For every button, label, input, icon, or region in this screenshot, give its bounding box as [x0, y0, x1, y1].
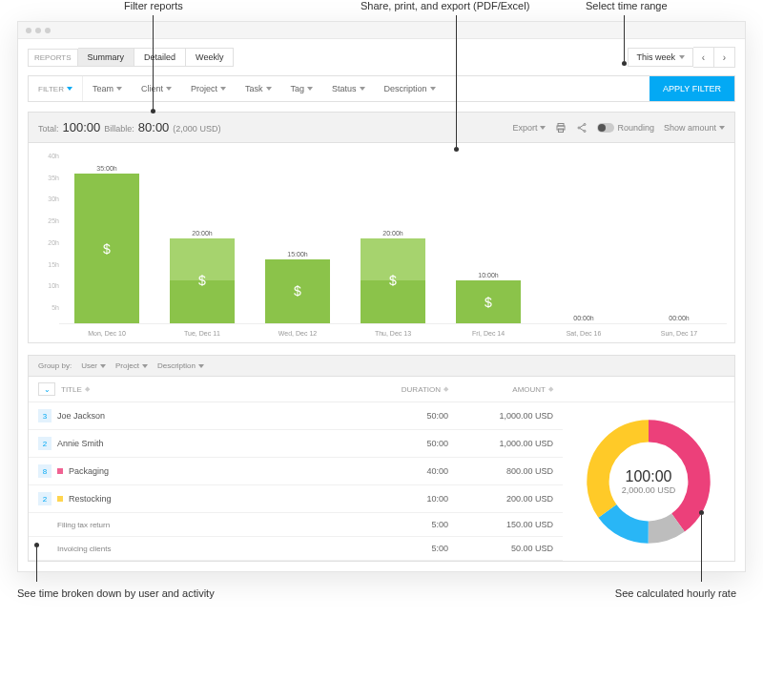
row-title: Restocking	[69, 494, 362, 504]
y-tick: 30h	[36, 196, 59, 202]
row-duration: 50:00	[362, 439, 448, 448]
row-amount: 1,000.00 USD	[448, 439, 553, 448]
totals-bar: Total: 100:00 Billable: 80:00 (2,000 USD…	[28, 112, 735, 142]
bar-column: 00:00h	[631, 153, 727, 323]
bar-column: 35:00h$	[59, 153, 155, 323]
table-row[interactable]: Filing tax return5:00150.00 USD	[29, 513, 563, 537]
bar[interactable]: $	[170, 238, 235, 324]
row-title: Invoicing clients	[57, 545, 362, 553]
dollar-icon: $	[103, 241, 111, 257]
svg-point-5	[584, 130, 586, 132]
bar-value-label: 20:00h	[155, 230, 250, 237]
group-bar: Group by: User Project Description	[29, 356, 734, 377]
dollar-icon: $	[294, 283, 301, 299]
apply-filter-button[interactable]: APPLY FILTER	[650, 76, 734, 101]
callout-timerange: Select time range	[586, 0, 668, 11]
callout-share: Share, print, and export (PDF/Excel)	[361, 0, 529, 11]
bar-column: 00:00h	[536, 153, 631, 323]
table-row[interactable]: 3Joe Jackson50:001,000.00 USD	[29, 402, 563, 430]
bar-value-label: 20:00h	[345, 230, 441, 237]
table-row[interactable]: 8Packaging40:00800.00 USD	[29, 458, 563, 485]
rounding-toggle[interactable]: Rounding	[597, 123, 654, 133]
y-tick: 40h	[36, 153, 59, 159]
show-amount-button[interactable]: Show amount	[664, 123, 725, 133]
table-header: ⌄ TITLE◆ DURATION◆ AMOUNT◆	[29, 377, 734, 402]
count-badge: 8	[38, 464, 52, 478]
expand-all-button[interactable]: ⌄	[38, 382, 55, 396]
bar-value-label: 00:00h	[536, 315, 631, 321]
time-range-next[interactable]: ›	[714, 47, 735, 68]
filter-team[interactable]: Team	[83, 76, 132, 101]
group-project[interactable]: Project	[115, 361, 148, 370]
bar-value-label: 00:00h	[631, 315, 727, 321]
group-user[interactable]: User	[81, 361, 106, 370]
total-label: Total:	[38, 124, 59, 134]
bar-column: 20:00h$	[155, 153, 250, 323]
billable-label: Billable:	[104, 124, 134, 134]
svg-line-6	[580, 125, 584, 128]
tab-detailed[interactable]: Detailed	[134, 48, 186, 67]
bar-column: 15:00h$	[250, 153, 345, 323]
row-title: Annie Smith	[57, 439, 362, 448]
row-title: Packaging	[69, 466, 362, 476]
filter-task[interactable]: Task	[236, 76, 281, 101]
callout-rate: See calculated hourly rate	[615, 587, 736, 599]
callout-breakdown: See time broken down by user and activit…	[17, 587, 215, 599]
count-badge: 2	[38, 437, 52, 450]
table-row[interactable]: 2Annie Smith50:001,000.00 USD	[29, 430, 563, 458]
th-amount[interactable]: AMOUNT	[512, 385, 546, 394]
count-badge: 2	[38, 492, 52, 505]
table-row[interactable]: 2Restocking10:00200.00 USD	[29, 485, 563, 513]
x-label: Thu, Dec 13	[345, 324, 441, 337]
report-tabs: REPORTS Summary Detailed Weekly	[28, 48, 234, 67]
filter-tag[interactable]: Tag	[281, 76, 323, 101]
bar[interactable]: $	[361, 238, 425, 324]
donut-chart: 100:00 2,000.00 USD	[563, 402, 734, 561]
row-duration: 5:00	[362, 520, 448, 529]
breakdown-section: Group by: User Project Description ⌄ TIT…	[28, 355, 735, 562]
project-color-icon	[57, 496, 63, 502]
bar-column: 20:00h$	[345, 153, 441, 323]
count-badge: 3	[38, 409, 52, 422]
bar-column: 10:00h$	[441, 153, 536, 323]
th-duration[interactable]: DURATION	[402, 385, 441, 394]
time-range-prev[interactable]: ‹	[693, 47, 714, 68]
titlebar	[18, 22, 745, 39]
filter-status[interactable]: Status	[322, 76, 375, 101]
svg-point-3	[584, 123, 586, 125]
billable-amount: (2,000 USD)	[173, 124, 220, 134]
y-tick: 10h	[36, 282, 59, 289]
x-label: Fri, Dec 14	[441, 324, 536, 337]
chevron-down-icon	[679, 55, 685, 59]
bar[interactable]: $	[74, 174, 139, 323]
bar-value-label: 35:00h	[59, 165, 155, 172]
tab-weekly[interactable]: Weekly	[186, 48, 234, 67]
time-range-button[interactable]: This week	[628, 48, 693, 67]
group-description[interactable]: Description	[157, 361, 204, 370]
row-amount: 1,000.00 USD	[448, 411, 553, 421]
chevron-down-icon	[67, 87, 72, 91]
filter-description[interactable]: Description	[375, 76, 650, 101]
print-button[interactable]	[555, 122, 567, 134]
y-tick: 20h	[36, 239, 59, 246]
filter-bar: FILTER Team Client Project Task Tag Stat…	[28, 75, 735, 102]
tab-summary[interactable]: Summary	[78, 48, 135, 67]
x-label: Mon, Dec 10	[59, 324, 155, 337]
bar[interactable]: $	[456, 280, 521, 323]
row-duration: 40:00	[362, 466, 448, 476]
bar[interactable]: $	[265, 259, 330, 323]
dollar-icon: $	[198, 273, 206, 288]
x-label: Sat, Dec 16	[536, 324, 631, 337]
share-button[interactable]	[576, 122, 588, 134]
filter-client[interactable]: Client	[132, 76, 181, 101]
row-amount: 800.00 USD	[448, 466, 553, 476]
export-button[interactable]: Export	[512, 123, 546, 133]
filter-project[interactable]: Project	[181, 76, 236, 101]
table-row[interactable]: Invoicing clients5:0050.00 USD	[29, 537, 563, 561]
billable-value: 80:00	[138, 120, 170, 134]
time-range-picker: This week ‹ ›	[628, 47, 735, 68]
row-duration: 10:00	[362, 494, 448, 504]
dollar-icon: $	[485, 295, 492, 310]
th-title[interactable]: TITLE	[61, 385, 82, 394]
app-window: REPORTS Summary Detailed Weekly This wee…	[17, 21, 746, 572]
